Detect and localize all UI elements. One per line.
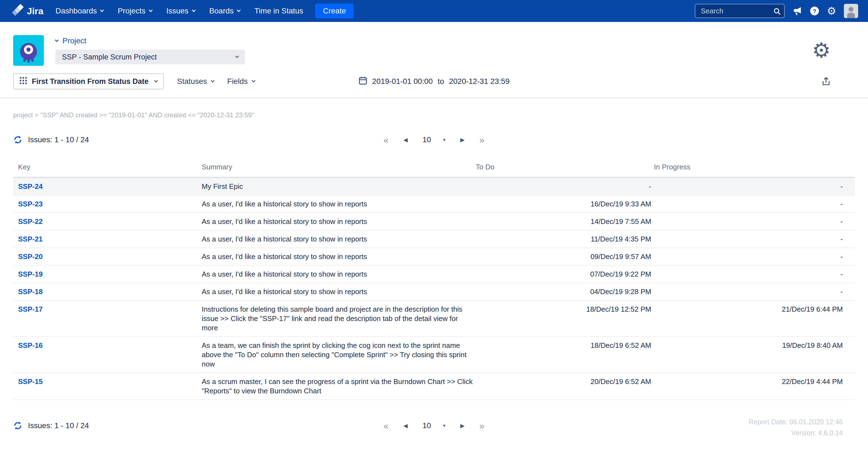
nav-item-dashboards[interactable]: Dashboards — [56, 7, 103, 16]
issue-summary: As a scrum master, I can see the progres… — [202, 373, 476, 400]
first-page-button[interactable]: « — [383, 135, 389, 145]
project-meta: Project SSP - Sample Scrum Project — [55, 36, 245, 64]
in-progress-date: - — [654, 265, 855, 283]
previous-page-button[interactable]: ◀ — [403, 137, 408, 143]
refresh-icon[interactable] — [13, 421, 23, 430]
project-section-label: Project — [62, 36, 86, 45]
issues-bar-top: Issues: 1 - 10 / 24 « ◀ 10 ▾ ▶ » — [0, 119, 868, 145]
in-progress-date: - — [654, 248, 855, 265]
chevron-down-icon — [154, 79, 158, 83]
todo-date: 14/Dec/19 7:55 AM — [476, 213, 654, 230]
pagination-bottom: « ◀ 10 ▾ ▶ » — [383, 421, 485, 430]
fields-label: Fields — [227, 77, 248, 86]
todo-date: 11/Dec/19 4:35 PM — [476, 230, 654, 248]
issues-summary: Issues: 1 - 10 / 24 — [13, 135, 89, 145]
column-header-todo: To Do — [476, 159, 654, 177]
issue-summary: As a user, I'd like a historical story t… — [202, 283, 476, 300]
refresh-icon[interactable] — [13, 135, 23, 145]
project-avatar — [13, 35, 44, 66]
issue-key-link[interactable]: SSP-22 — [18, 217, 43, 225]
report-date: Report Date: 06.01.2020 12:46 — [749, 416, 843, 427]
issues-count-label: Issues: 1 - 10 / 24 — [28, 135, 89, 144]
page-size-select[interactable]: 10 ▾ — [422, 135, 445, 144]
todo-date: 04/Dec/19 9:28 PM — [476, 283, 654, 300]
statuses-label: Statuses — [177, 77, 207, 86]
report-meta: Report Date: 06.01.2020 12:46 Version: 4… — [749, 416, 843, 438]
issue-key-link[interactable]: SSP-23 — [18, 200, 43, 208]
jira-logo-text: Jira — [27, 6, 43, 17]
issue-summary: As a team, we can finish the sprint by c… — [202, 337, 476, 373]
nav-right-group: ? ⚙ — [695, 4, 858, 18]
nav-item-label: Issues — [166, 7, 189, 16]
chevron-down-icon — [55, 38, 59, 42]
user-avatar[interactable] — [844, 4, 858, 18]
next-page-button[interactable]: ▶ — [460, 423, 465, 428]
table-row: SSP-24 My First Epic - - — [13, 177, 855, 195]
fields-dropdown[interactable]: Fields — [227, 77, 255, 86]
chevron-down-icon — [100, 8, 104, 12]
previous-page-button[interactable]: ◀ — [403, 423, 408, 428]
in-progress-date: 19/Dec/19 8:40 AM — [654, 337, 855, 373]
jql-query-text: project = "SSP" AND created >= "2019-01-… — [0, 98, 868, 119]
first-page-button[interactable]: « — [383, 421, 389, 430]
table-row: SSP-22 As a user, I'd like a historical … — [13, 213, 855, 230]
nav-item-label: Projects — [118, 7, 145, 16]
next-page-button[interactable]: ▶ — [460, 137, 465, 143]
issues-table: Key Summary To Do In Progress SSP-24 My … — [13, 159, 855, 400]
page-size-select[interactable]: 10 ▾ — [422, 421, 445, 430]
issue-key-link[interactable]: SSP-18 — [18, 287, 43, 296]
in-progress-date: - — [654, 283, 855, 300]
chevron-down-icon — [237, 8, 241, 12]
last-page-button[interactable]: » — [479, 135, 485, 145]
project-select[interactable]: SSP - Sample Scrum Project — [55, 50, 245, 64]
issues-count-label: Issues: 1 - 10 / 24 — [28, 421, 89, 430]
date-from: 2019-01-01 00:00 — [372, 77, 433, 86]
settings-gear-icon[interactable]: ⚙ — [827, 6, 836, 16]
chevron-down-icon — [235, 54, 239, 58]
issue-key-link[interactable]: SSP-19 — [18, 270, 43, 278]
in-progress-date: - — [654, 195, 855, 213]
nav-item-boards[interactable]: Boards — [209, 7, 240, 16]
date-range-picker[interactable]: 2019-01-01 00:00 to 2020-12-31 23:59 — [359, 76, 510, 87]
column-header-in-progress: In Progress — [654, 159, 855, 177]
issue-key-link[interactable]: SSP-17 — [18, 305, 43, 313]
nav-item-time-in-status[interactable]: Time in Status — [254, 7, 303, 16]
in-progress-date: 22/Dec/19 4:44 PM — [654, 373, 855, 400]
issue-key-link[interactable]: SSP-21 — [18, 235, 43, 243]
issues-summary: Issues: 1 - 10 / 24 — [13, 421, 89, 430]
issues-bar-bottom: Issues: 1 - 10 / 24 « ◀ 10 ▾ ▶ » Report … — [0, 400, 868, 432]
chevron-down-icon — [211, 79, 215, 83]
search-input[interactable] — [695, 4, 785, 18]
caret-down-icon: ▾ — [443, 423, 446, 428]
report-type-button[interactable]: First Transition From Status Date — [13, 73, 164, 89]
help-icon[interactable]: ? — [810, 6, 819, 16]
table-row: SSP-20 As a user, I'd like a historical … — [13, 248, 855, 265]
report-version: Version: 4.6.0.14 — [749, 427, 843, 438]
issue-summary: As a user, I'd like a historical story t… — [202, 195, 476, 213]
chevron-down-icon — [149, 8, 153, 12]
issue-key-link[interactable]: SSP-24 — [18, 182, 43, 190]
feedback-megaphone-icon[interactable] — [793, 7, 802, 16]
issue-summary: As a user, I'd like a historical story t… — [202, 248, 476, 265]
statuses-dropdown[interactable]: Statuses — [177, 77, 214, 86]
export-icon[interactable] — [822, 77, 831, 86]
calendar-icon — [359, 76, 367, 87]
report-settings-gear-icon[interactable]: ⚙ — [812, 40, 831, 61]
chevron-down-icon — [192, 8, 196, 12]
nav-item-projects[interactable]: Projects — [118, 7, 152, 16]
jira-logo[interactable]: Jira — [12, 4, 43, 18]
project-section-toggle[interactable]: Project — [55, 36, 245, 45]
issue-key-link[interactable]: SSP-15 — [18, 377, 43, 386]
issue-key-link[interactable]: SSP-20 — [18, 252, 43, 261]
issue-summary: As a user, I'd like a historical story t… — [202, 213, 476, 230]
table-header-row: Key Summary To Do In Progress — [13, 159, 855, 177]
todo-date: 18/Dec/19 12:52 PM — [476, 300, 654, 337]
issue-key-link[interactable]: SSP-16 — [18, 341, 43, 350]
create-button[interactable]: Create — [315, 4, 353, 18]
issue-summary: My First Epic — [202, 177, 476, 195]
last-page-button[interactable]: » — [479, 421, 485, 430]
project-select-value: SSP - Sample Scrum Project — [62, 53, 157, 61]
issue-summary: As a user, I'd like a historical story t… — [202, 230, 476, 248]
issue-summary: Instructions for deleting this sample bo… — [202, 300, 476, 337]
nav-item-issues[interactable]: Issues — [166, 7, 195, 16]
